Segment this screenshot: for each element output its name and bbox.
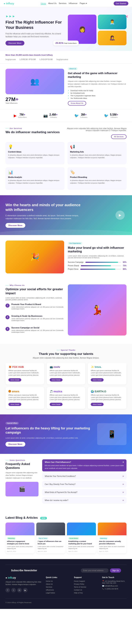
quick-link-1[interactable]: Home Us bbox=[46, 580, 70, 582]
win-hearts-cta-button[interactable]: Discover More bbox=[6, 223, 25, 228]
support-link-3[interactable]: Terms of Service bbox=[74, 586, 98, 588]
treva-more-button[interactable]: More Detail bbox=[91, 378, 104, 382]
newsletter-section: Subscribe Newsletter Sign Up bbox=[6, 564, 126, 576]
hero-image-1: 👩 bbox=[68, 14, 96, 44]
support-heading: Support bbox=[74, 576, 98, 578]
faq-question-3: What Kinds of Payment Do You Accept? bbox=[45, 491, 77, 493]
partner-eartho: 🌍 EARTH.O Efficitur quis ipsum maecenas … bbox=[88, 387, 126, 409]
amara-logo: 🅐 amara bbox=[9, 390, 41, 393]
optimize-desc-2: Aenin elementum pulvinar aliquam vel. Ut… bbox=[11, 318, 64, 322]
hero-image-2: 👨‍💼 bbox=[98, 14, 126, 29]
check-item-2: No Scheduled tools bbox=[68, 92, 126, 94]
faq-item-3[interactable]: What Kinds of Payment Do You Accept? + bbox=[42, 489, 126, 496]
zootv-more-button[interactable]: More Detail bbox=[50, 378, 62, 382]
service-desc-1: In pharetra aliquam risus eros amet elem… bbox=[8, 154, 62, 159]
newsletter-signup-button[interactable]: Sign Up bbox=[110, 568, 121, 572]
faq-item-1[interactable]: What Are Your Terms And Conditions? + bbox=[42, 473, 126, 480]
counter-label-1: Subscribers bbox=[18, 116, 27, 118]
quick-link-4[interactable]: Influencers bbox=[46, 589, 70, 591]
footer-bottom: © 2024 Influzy. All Rights Reserved. bbox=[6, 598, 126, 604]
faq-active-item[interactable]: Where Can I Find Influencers? ✕ Elit ero… bbox=[42, 459, 126, 472]
counter-twitter-2: 🐦 5.5M+ Followers bbox=[104, 113, 118, 118]
twitter-icon[interactable]: t bbox=[11, 588, 16, 592]
support-link-5[interactable]: Help & FAQ bbox=[74, 592, 98, 594]
faq-active-question: Where Can I Find Influencers? ✕ bbox=[45, 461, 124, 463]
navbar: ● influzy Home About Us Services Influen… bbox=[0, 0, 132, 7]
nav-pages[interactable]: Pages ▾ bbox=[80, 2, 87, 5]
support-link-2[interactable]: Privacy Policy bbox=[74, 583, 98, 585]
eartho-more-button[interactable]: More Detail bbox=[91, 403, 104, 406]
check-item-4: Yes Testimonials ideas bbox=[68, 97, 126, 99]
zootv-desc: Efficitur quis ipsum maecenas facilisis … bbox=[50, 370, 83, 376]
quick-link-3[interactable]: Services bbox=[46, 586, 70, 588]
faq-micro-label: Some Questions bbox=[6, 459, 38, 461]
faq-item-2[interactable]: Can I Buy Directly From The Factory? + bbox=[42, 481, 126, 488]
blog-tag: NEW bbox=[40, 517, 47, 520]
partner-muzica: 🎵 muzica Efficitur quis ipsum maecenas f… bbox=[47, 387, 85, 409]
service-title-2: Marketing Ads bbox=[70, 151, 124, 153]
viral-stat-3: Project Done 86% bbox=[68, 268, 126, 270]
media-analytic-icon: 📊 bbox=[8, 170, 62, 174]
muzica-more-button[interactable]: More Detail bbox=[50, 403, 62, 406]
service-title-4: Product Branding bbox=[70, 176, 124, 178]
blog-title-1: Influencer engagement strategies you nee… bbox=[7, 540, 33, 545]
nav-home[interactable]: Home bbox=[41, 2, 46, 5]
muzica-logo: 🎵 muzica bbox=[50, 390, 83, 393]
optimize-desc-3: Aenin elementum pulvinar aliquam vel. Ut… bbox=[11, 330, 64, 333]
faq-arrow-4: + bbox=[122, 499, 124, 502]
services-all-button[interactable]: All Services bbox=[111, 134, 126, 139]
faq-item-4[interactable]: When do I receive my order? + bbox=[42, 497, 126, 504]
play-button[interactable]: ▶ bbox=[115, 210, 125, 220]
youtube-icon[interactable]: ▶ bbox=[23, 588, 28, 592]
instagram-icon: 📷 bbox=[43, 114, 48, 118]
blog-card-4: Marketing How do consumers actually perc… bbox=[98, 522, 127, 554]
quick-link-2[interactable]: About Us bbox=[46, 583, 70, 585]
services-heading: We do influencer marketing services bbox=[6, 130, 65, 134]
support-link-4[interactable]: Contact Us bbox=[74, 589, 98, 591]
viral-description: Lorem ipsum dolor sit amet, consectetur … bbox=[68, 255, 126, 258]
viral-section: 🎉 Our Experience Make your brand go vira… bbox=[0, 235, 132, 279]
eartho-logo: 🌍 EARTH.O bbox=[91, 390, 123, 393]
partner-amara: 🅐 amara Efficitur quis ipsum maecenas fa… bbox=[6, 387, 44, 409]
check-item-3: The in preparation registrate ideas bbox=[68, 95, 126, 96]
nav-about[interactable]: About Us bbox=[48, 2, 56, 5]
brands-title: More than 25,000 world-class brands trus… bbox=[6, 54, 126, 56]
progress-bar-1 bbox=[85, 262, 121, 263]
footer-address: 📍 123 Something Street No.5, New York Ci… bbox=[102, 580, 126, 590]
hero-section: ►►► Find The Right Influencer For Your B… bbox=[0, 7, 132, 51]
stats-cta-button[interactable]: Know About Us bbox=[68, 101, 86, 106]
eartho-desc: Efficitur quis ipsum maecenas facilisis … bbox=[91, 394, 123, 401]
nav-services[interactable]: Services bbox=[59, 2, 66, 5]
partners-micro-label: Special Thanks bbox=[6, 349, 126, 351]
brands-logos: logipsum LOREM IPSUM LOGOPSUM logipsumo bbox=[6, 58, 126, 60]
viral-stat-2: Proven Brand 75% bbox=[68, 265, 126, 267]
amara-desc: Efficitur quis ipsum maecenas facilisis … bbox=[9, 394, 41, 401]
hero-badge-label: Total Subscribers bbox=[64, 42, 77, 44]
hero-image-3: 👩‍🎤 bbox=[98, 31, 126, 45]
win-hearts-heading: Win the hearts and minds of your audienc… bbox=[6, 202, 84, 212]
quick-link-5[interactable]: Legal Notice bbox=[46, 592, 70, 594]
optimize-right: 💃 bbox=[68, 284, 126, 338]
blog-badge-4: Marketing bbox=[99, 537, 108, 540]
faq-arrow-3: + bbox=[122, 491, 124, 494]
counter-label-4: Followers bbox=[110, 116, 118, 118]
viral-left: 🎉 bbox=[6, 240, 64, 274]
foxhub-more-button[interactable]: More Detail bbox=[9, 378, 21, 382]
lifting-cta-button[interactable]: Discover More bbox=[6, 442, 25, 446]
partner-foxhub: 🦊 FOX HUB Efficitur quis ipsum maecenas … bbox=[6, 362, 44, 384]
hero-cta-button[interactable]: Discover More bbox=[6, 41, 24, 46]
muzica-desc: Efficitur quis ipsum maecenas facilisis … bbox=[50, 394, 83, 401]
nav-influencer[interactable]: Influencer bbox=[69, 2, 77, 5]
optimize-num-1: 1 bbox=[6, 304, 10, 308]
services-description: Aliquam enim vulputate felis adipiscing … bbox=[67, 128, 126, 132]
service-title-3: Media Analytic bbox=[8, 176, 62, 178]
support-link-1[interactable]: Forum Support bbox=[74, 580, 98, 582]
linkedin-icon[interactable]: in bbox=[17, 588, 22, 592]
newsletter-input[interactable] bbox=[81, 568, 108, 572]
get-started-button[interactable]: Get Started bbox=[114, 2, 128, 6]
amara-more-button[interactable]: More Detail bbox=[9, 403, 21, 406]
viral-micro-label: Our Experience bbox=[68, 242, 82, 244]
logo[interactable]: ● influzy bbox=[4, 2, 14, 5]
facebook-icon[interactable]: f bbox=[6, 588, 10, 592]
optimize-section: Why Choose Us Optimize your social effor… bbox=[0, 279, 132, 344]
